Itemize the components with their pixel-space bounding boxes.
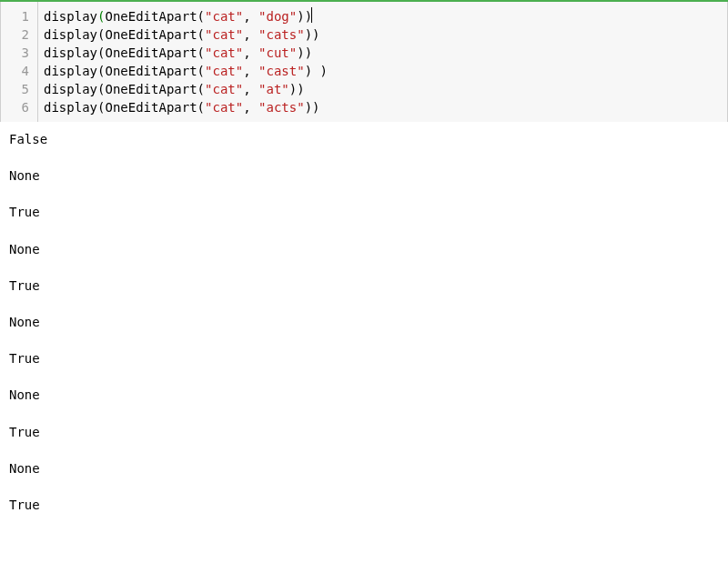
output-line: None — [9, 387, 719, 403]
output-line: True — [9, 277, 719, 294]
line-number: 6 — [1, 98, 37, 116]
identifier: display — [44, 9, 97, 24]
string-literal: "cat" — [205, 64, 243, 78]
comma: , — [243, 45, 258, 60]
output-line: True — [9, 424, 719, 440]
comma: , — [243, 27, 258, 42]
code-line[interactable]: display(OneEditApart("cat", "at")) — [44, 80, 722, 98]
paren-open: ( — [197, 100, 205, 115]
code-line[interactable]: display(OneEditApart("cat", "cut")) — [44, 44, 722, 62]
line-number: 2 — [1, 25, 37, 44]
identifier: display — [44, 27, 97, 42]
notebook-container: 1 2 3 4 5 6 display(OneEditApart("cat", … — [0, 0, 728, 513]
line-number-gutter: 1 2 3 4 5 6 — [0, 2, 38, 122]
paren-open: ( — [197, 45, 205, 60]
string-literal: "dog" — [258, 9, 297, 24]
line-number: 4 — [1, 62, 37, 80]
string-literal: "cat" — [205, 45, 243, 60]
string-literal: "cats" — [258, 27, 305, 42]
output-line: None — [9, 460, 719, 477]
identifier: OneEditApart — [105, 9, 197, 24]
paren-open: ( — [197, 82, 205, 96]
paren-close: )) — [305, 100, 320, 115]
paren-close: )) — [297, 45, 312, 60]
code-line[interactable]: display(OneEditApart("cat", "acts")) — [44, 98, 722, 116]
string-literal: "cat" — [205, 100, 243, 115]
code-line[interactable]: display(OneEditApart("cat", "dog")) — [44, 7, 722, 25]
comma: , — [243, 64, 258, 78]
output-area: False None True None True None True None… — [0, 122, 728, 513]
string-literal: "cat" — [205, 9, 243, 24]
text-cursor — [311, 7, 312, 23]
code-line[interactable]: display(OneEditApart("cat", "cats")) — [44, 25, 722, 44]
output-line: None — [9, 241, 719, 257]
identifier: display — [44, 82, 97, 96]
paren-open: ( — [197, 9, 205, 24]
output-line: True — [9, 350, 719, 367]
line-number: 1 — [1, 7, 37, 25]
output-line: True — [9, 204, 719, 220]
identifier: display — [44, 100, 97, 115]
code-editor[interactable]: display(OneEditApart("cat", "dog")) disp… — [38, 2, 728, 122]
comma: , — [243, 100, 258, 115]
identifier: OneEditApart — [105, 64, 197, 78]
string-literal: "cat" — [205, 27, 243, 42]
output-line: None — [9, 314, 719, 330]
identifier: OneEditApart — [105, 45, 197, 60]
paren-open: ( — [197, 27, 205, 42]
string-literal: "acts" — [258, 100, 305, 115]
paren-open: ( — [197, 64, 205, 78]
output-line: True — [9, 497, 719, 513]
identifier: OneEditApart — [105, 82, 197, 96]
string-literal: "cut" — [258, 45, 297, 60]
paren-close: ) ) — [305, 64, 328, 78]
string-literal: "at" — [258, 82, 289, 96]
identifier: display — [44, 64, 97, 78]
identifier: display — [44, 45, 97, 60]
paren-close: )) — [289, 82, 305, 96]
output-line: None — [9, 167, 719, 184]
paren-close: )) — [297, 9, 312, 24]
code-cell[interactable]: 1 2 3 4 5 6 display(OneEditApart("cat", … — [0, 2, 728, 122]
comma: , — [243, 9, 258, 24]
string-literal: "cast" — [258, 64, 305, 78]
comma: , — [243, 82, 258, 96]
output-line: False — [9, 131, 719, 147]
line-number: 5 — [1, 80, 37, 98]
code-line[interactable]: display(OneEditApart("cat", "cast") ) — [44, 62, 722, 80]
line-number: 3 — [1, 44, 37, 62]
string-literal: "cat" — [205, 82, 243, 96]
identifier: OneEditApart — [105, 100, 197, 115]
paren-close: )) — [305, 27, 320, 42]
identifier: OneEditApart — [105, 27, 197, 42]
